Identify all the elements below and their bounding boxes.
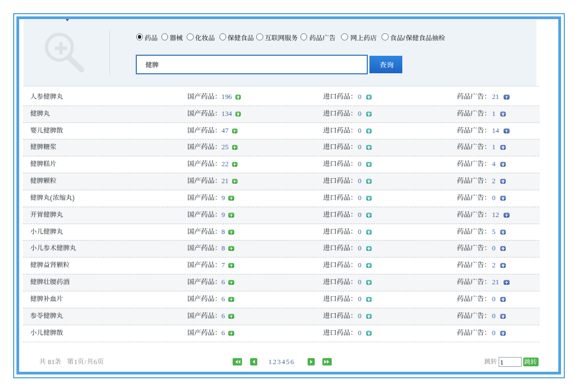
svg-text:0: 0 — [358, 211, 361, 219]
svg-text:0: 0 — [358, 93, 361, 101]
svg-text:25: 25 — [222, 143, 229, 151]
svg-text:(: ( — [50, 194, 52, 202]
svg-text:21: 21 — [222, 177, 229, 185]
svg-text:196: 196 — [222, 93, 233, 101]
svg-text:1: 1 — [74, 358, 77, 366]
svg-text:21: 21 — [492, 278, 499, 286]
svg-text:0: 0 — [358, 177, 361, 185]
svg-text:12: 12 — [492, 211, 499, 219]
svg-text:9: 9 — [222, 211, 225, 219]
svg-text:134: 134 — [222, 110, 233, 118]
svg-text:21: 21 — [492, 93, 499, 101]
svg-text:6: 6 — [222, 278, 226, 286]
svg-text:0: 0 — [358, 312, 361, 320]
svg-text:0: 0 — [358, 295, 361, 303]
svg-text:1: 1 — [500, 359, 504, 366]
svg-text:2: 2 — [492, 261, 495, 269]
svg-text:6: 6 — [222, 329, 226, 337]
svg-text:): ) — [72, 194, 74, 202]
svg-text:5: 5 — [492, 228, 495, 236]
svg-text:/: / — [403, 34, 406, 42]
svg-text:2: 2 — [492, 177, 495, 185]
svg-text:0: 0 — [358, 127, 361, 134]
svg-text:0: 0 — [492, 194, 495, 202]
svg-text:6: 6 — [94, 358, 97, 366]
svg-text:0: 0 — [358, 110, 361, 118]
svg-text:0: 0 — [358, 278, 361, 286]
svg-text:0: 0 — [358, 261, 361, 269]
svg-text:0: 0 — [492, 244, 495, 252]
svg-text:0: 0 — [358, 194, 361, 202]
svg-text:0: 0 — [358, 329, 361, 337]
svg-text:0: 0 — [358, 143, 361, 151]
svg-text:0: 0 — [358, 244, 361, 252]
svg-text:0: 0 — [492, 295, 495, 303]
svg-text:81: 81 — [48, 358, 55, 366]
svg-text:123456: 123456 — [268, 358, 294, 366]
svg-text:47: 47 — [222, 127, 229, 134]
svg-text:0: 0 — [492, 312, 495, 320]
svg-text:1: 1 — [492, 143, 495, 151]
svg-text:8: 8 — [222, 244, 225, 252]
svg-text:6: 6 — [222, 295, 226, 303]
svg-text:/: / — [84, 358, 86, 366]
svg-text:9: 9 — [222, 194, 225, 202]
svg-text:0: 0 — [358, 160, 361, 168]
svg-text:0: 0 — [492, 329, 495, 337]
svg-text:7: 7 — [222, 261, 226, 269]
svg-text:4: 4 — [492, 160, 496, 168]
svg-text:0: 0 — [358, 228, 361, 236]
svg-text:8: 8 — [222, 228, 225, 236]
svg-text:22: 22 — [222, 160, 229, 168]
svg-text:6: 6 — [222, 312, 226, 320]
svg-text:1: 1 — [492, 110, 495, 118]
svg-text:14: 14 — [492, 127, 499, 134]
